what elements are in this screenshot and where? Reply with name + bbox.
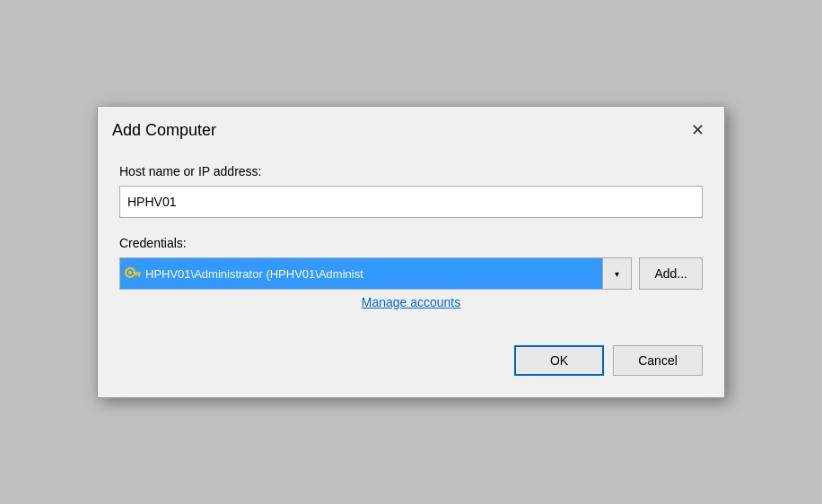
credentials-select-inner: HPHV01\Administrator (HPHV01\Administ (120, 258, 602, 289)
dialog-title: Add Computer (112, 121, 216, 140)
credentials-dropdown-arrow[interactable]: ▾ (602, 258, 631, 289)
svg-rect-4 (136, 274, 137, 276)
add-computer-dialog: Add Computer ✕ Host name or IP address: … (97, 106, 725, 398)
host-input[interactable] (119, 186, 703, 218)
svg-point-1 (128, 271, 132, 274)
svg-rect-3 (138, 274, 140, 277)
title-bar: Add Computer ✕ (98, 107, 724, 150)
cancel-button[interactable]: Cancel (613, 345, 703, 376)
manage-accounts-link[interactable]: Manage accounts (119, 295, 703, 309)
host-field-label: Host name or IP address: (119, 164, 703, 178)
credentials-section: Credentials: HPHV01\ (119, 236, 703, 309)
close-button[interactable]: ✕ (685, 117, 710, 143)
key-icon (124, 265, 142, 282)
dialog-body: Host name or IP address: Credentials: (98, 150, 724, 397)
credentials-select[interactable]: HPHV01\Administrator (HPHV01\Administ ▾ (119, 257, 632, 290)
credentials-text: HPHV01\Administrator (HPHV01\Administ (145, 267, 363, 281)
credentials-label: Credentials: (119, 236, 703, 250)
add-credentials-button[interactable]: Add... (639, 257, 703, 290)
chevron-down-icon: ▾ (615, 269, 619, 279)
credentials-row: HPHV01\Administrator (HPHV01\Administ ▾ … (119, 257, 703, 290)
button-row: OK Cancel (119, 345, 703, 376)
svg-rect-2 (134, 273, 141, 274)
ok-button[interactable]: OK (514, 345, 604, 376)
